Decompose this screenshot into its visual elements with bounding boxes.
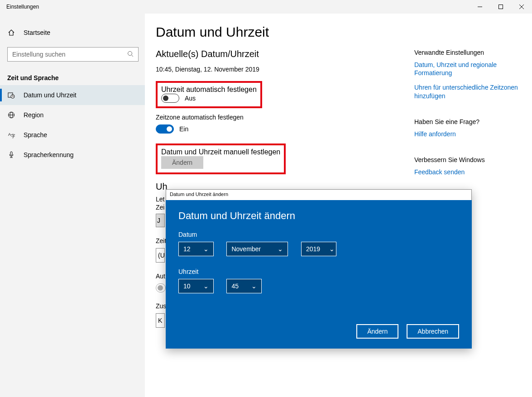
change-button[interactable]: Ändern [161, 156, 203, 169]
sidebar-item-label: Spracherkennung [24, 151, 74, 158]
window-title: Einstellungen [6, 4, 39, 10]
sidebar-item-label: Region [24, 111, 43, 119]
language-icon: A字 [7, 131, 15, 139]
link-help[interactable]: Hilfe anfordern [414, 130, 523, 138]
svg-rect-15 [10, 152, 12, 155]
question-header: Haben Sie eine Frage? [414, 118, 523, 125]
highlight-auto-time: Uhrzeit automatisch festlegen Aus [156, 81, 262, 108]
sync-button[interactable]: J [156, 214, 165, 227]
svg-text:字: 字 [11, 134, 15, 139]
link-clocks[interactable]: Uhren für unterschiedliche Zeitzonen hin… [414, 83, 523, 100]
sidebar-item-label: Datum und Uhrzeit [24, 91, 77, 99]
auto-tz-toggle[interactable] [156, 124, 174, 134]
month-select[interactable]: November⌄ [226, 242, 288, 256]
highlight-manual: Datum und Uhrzeit manuell festlegen Ände… [156, 143, 286, 174]
sidebar-item-region[interactable]: Region [0, 105, 145, 125]
hour-select[interactable]: 10⌄ [178, 279, 214, 293]
svg-point-4 [128, 51, 132, 55]
svg-line-5 [132, 55, 134, 57]
year-select[interactable]: 2019⌄ [301, 242, 336, 256]
dialog-cancel-button[interactable]: Abbrechen [407, 324, 459, 339]
link-feedback[interactable]: Feedback senden [414, 168, 523, 176]
page-title: Datum und Uhrzeit [156, 24, 521, 40]
search-icon [127, 51, 134, 58]
globe-icon [7, 111, 15, 119]
minimize-button[interactable] [470, 0, 490, 14]
sidebar-section: Zeit und Sprache [0, 67, 145, 85]
chevron-down-icon: ⌄ [200, 245, 209, 253]
extra-select[interactable]: K [156, 313, 165, 328]
sidebar-item-language[interactable]: A字 Sprache [0, 125, 145, 145]
sidebar-item-datetime[interactable]: Datum und Uhrzeit [0, 85, 145, 105]
sidebar-home[interactable]: Startseite [0, 24, 145, 42]
dialog-title: Datum und Uhrzeit ändern [178, 210, 459, 222]
link-format[interactable]: Datum, Uhrzeit und regionale Formatierun… [414, 61, 523, 77]
chevron-down-icon: ⌄ [248, 282, 257, 290]
dialog-ok-button[interactable]: Ändern [356, 324, 398, 339]
date-label: Datum [178, 231, 459, 238]
improve-header: Verbessern Sie Windows [414, 156, 523, 163]
microphone-icon [7, 151, 15, 159]
manual-label: Datum und Uhrzeit manuell festlegen [161, 148, 280, 156]
sidebar-item-label: Sprache [24, 131, 47, 139]
title-bar: Einstellungen [0, 0, 532, 14]
day-select[interactable]: 12⌄ [178, 242, 214, 256]
chevron-down-icon: ⌄ [270, 245, 283, 253]
search-placeholder: Einstellung suchen [12, 51, 66, 58]
svg-rect-1 [499, 5, 503, 9]
sidebar-home-label: Startseite [24, 29, 50, 36]
auto-time-label: Uhrzeit automatisch festlegen [161, 86, 257, 94]
close-button[interactable] [511, 0, 532, 14]
dialog-titlebar: Datum und Uhrzeit ändern [166, 189, 472, 200]
related-header: Verwandte Einstellungen [414, 49, 523, 56]
auto-time-state: Aus [185, 95, 196, 102]
minute-select[interactable]: 45⌄ [226, 279, 262, 293]
maximize-button[interactable] [490, 0, 511, 14]
dst-toggle[interactable] [156, 283, 166, 292]
auto-tz-state: Ein [179, 125, 188, 133]
sidebar: Startseite Einstellung suchen Zeit und S… [0, 14, 145, 397]
chevron-down-icon: ⌄ [200, 282, 209, 290]
datetime-icon [7, 91, 15, 99]
search-input[interactable]: Einstellung suchen [7, 47, 139, 62]
tz-select[interactable]: (U [156, 248, 165, 263]
home-icon [7, 29, 15, 37]
auto-time-toggle[interactable] [161, 94, 179, 103]
chevron-down-icon: ⌄ [329, 245, 335, 253]
change-dialog: Datum und Uhrzeit ändern Datum und Uhrze… [166, 189, 472, 349]
sidebar-item-speech[interactable]: Spracherkennung [0, 145, 145, 165]
right-column: Verwandte Einstellungen Datum, Uhrzeit u… [414, 42, 523, 182]
time-label: Uhrzeit [178, 268, 459, 275]
